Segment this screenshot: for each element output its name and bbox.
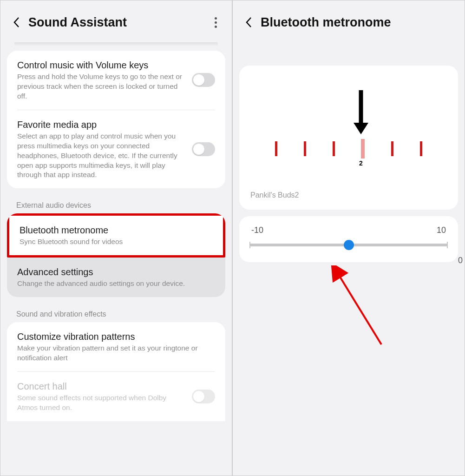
header: Sound Assistant bbox=[0, 0, 232, 42]
row-title: Bluetooth metronome bbox=[20, 224, 208, 236]
sound-vibration-card: Customize vibration patterns Make your v… bbox=[7, 322, 225, 421]
metronome-visual-card: 2 Pankil's Buds2 bbox=[239, 66, 458, 210]
tick bbox=[304, 141, 306, 156]
row-desc: Select an app to play and control music … bbox=[17, 132, 187, 180]
back-button[interactable] bbox=[242, 15, 256, 29]
slider-track bbox=[249, 244, 448, 246]
chevron-left-icon bbox=[12, 16, 21, 29]
tick-row bbox=[239, 141, 458, 159]
tick bbox=[420, 141, 422, 156]
slider-thumb[interactable] bbox=[344, 240, 354, 250]
metronome-visual: 2 Pankil's Buds2 bbox=[239, 66, 458, 210]
row-title: Concert hall bbox=[17, 380, 187, 392]
page-title: Bluetooth metronome bbox=[261, 15, 455, 30]
advanced-settings-card: Advanced settings Change the advanced au… bbox=[7, 258, 225, 297]
tick bbox=[333, 141, 335, 156]
slider-max-label: 10 bbox=[437, 225, 446, 235]
tick-current bbox=[361, 139, 365, 159]
advanced-settings-row[interactable]: Advanced settings Change the advanced au… bbox=[7, 258, 225, 297]
slider-min-label: -10 bbox=[251, 225, 263, 235]
customize-vibration-row[interactable]: Customize vibration patterns Make your v… bbox=[7, 322, 225, 371]
svg-line-3 bbox=[339, 275, 381, 344]
chevron-left-icon bbox=[244, 16, 254, 29]
bluetooth-metronome-row[interactable]: Bluetooth metronome Sync Bluetooth sound… bbox=[7, 213, 225, 258]
tick bbox=[275, 141, 277, 156]
sync-slider-card: -10 10 0 bbox=[239, 216, 458, 262]
header: Bluetooth metronome bbox=[233, 0, 465, 42]
external-audio-card: Bluetooth metronome Sync Bluetooth sound… bbox=[7, 213, 225, 258]
settings-card-media: Control music with Volume keys Press and… bbox=[7, 51, 225, 188]
control-music-row[interactable]: Control music with Volume keys Press and… bbox=[7, 51, 225, 110]
device-name: Pankil's Buds2 bbox=[250, 191, 299, 199]
tick-value-label: 2 bbox=[359, 159, 363, 167]
section-external-audio: External audio devices bbox=[0, 195, 232, 213]
sound-assistant-screen: Sound Assistant Control music with Volum… bbox=[0, 0, 233, 476]
concert-hall-toggle[interactable] bbox=[192, 390, 215, 403]
annotation-arrow-icon bbox=[330, 265, 391, 349]
row-title: Advanced settings bbox=[17, 266, 210, 278]
clipped-row bbox=[14, 42, 218, 46]
bluetooth-metronome-screen: Bluetooth metronome 2 Pankil's Buds2 bbox=[233, 0, 465, 476]
row-title: Favorite media app bbox=[17, 119, 187, 131]
row-title: Control music with Volume keys bbox=[17, 59, 187, 71]
favorite-app-toggle[interactable] bbox=[192, 142, 215, 156]
row-desc: Press and hold the Volume keys to go to … bbox=[17, 72, 187, 101]
row-desc: Change the advanced audio settings on yo… bbox=[17, 279, 210, 289]
back-button[interactable] bbox=[10, 15, 24, 29]
slider-range-labels: -10 10 bbox=[249, 225, 448, 235]
sync-slider[interactable]: 0 bbox=[249, 244, 448, 246]
row-desc: Some sound effects not supported when Do… bbox=[17, 393, 187, 413]
page-title: Sound Assistant bbox=[28, 15, 209, 30]
slider-value: 0 bbox=[458, 256, 463, 265]
row-title: Customize vibration patterns bbox=[17, 331, 210, 343]
favorite-media-app-row[interactable]: Favorite media app Select an app to play… bbox=[7, 110, 225, 189]
more-options-button[interactable] bbox=[209, 15, 223, 29]
row-desc: Make your vibration pattern and set it a… bbox=[17, 344, 210, 363]
tick bbox=[391, 141, 393, 156]
control-music-toggle[interactable] bbox=[192, 73, 215, 87]
section-sound-vibration: Sound and vibration effects bbox=[0, 304, 232, 322]
concert-hall-row[interactable]: Concert hall Some sound effects not supp… bbox=[7, 372, 225, 421]
arrow-down-icon bbox=[354, 90, 368, 136]
svg-marker-1 bbox=[354, 123, 368, 134]
row-desc: Sync Bluetooth sound for videos bbox=[20, 237, 208, 247]
